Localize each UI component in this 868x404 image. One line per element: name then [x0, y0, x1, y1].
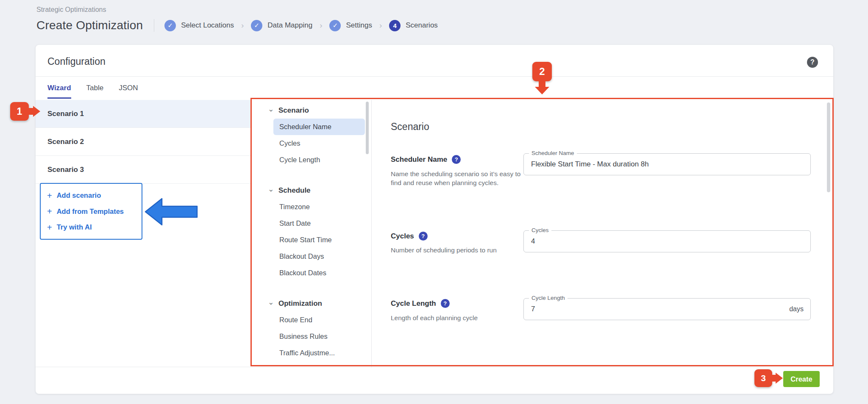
nav-group-scenario: › Scenario Scheduler Name Cycles Cycle L…: [268, 102, 371, 168]
field-label-text: Cycle Length: [391, 299, 436, 308]
scenario-list: Scenario 1 Scenario 2 Scenario 3: [36, 100, 251, 184]
question-icon[interactable]: ?: [452, 155, 461, 164]
nav-scrollbar[interactable]: [366, 102, 369, 154]
card-title: Configuration: [47, 56, 106, 67]
card-header-divider: [36, 76, 833, 77]
nav-group-label: Schedule: [278, 186, 311, 195]
add-link-label: Try with AI: [57, 223, 92, 231]
nav-item-start-date[interactable]: Start Date: [273, 215, 365, 232]
nav-item-blackout-dates[interactable]: Blackout Dates: [273, 265, 365, 281]
nav-group-label: Scenario: [278, 106, 309, 115]
nav-group-header-schedule[interactable]: › Schedule: [268, 183, 371, 199]
tab-json[interactable]: JSON: [119, 84, 138, 99]
form-heading: Scenario: [391, 121, 429, 133]
try-with-ai-button[interactable]: + Try with AI: [47, 223, 142, 232]
annotation-arrow-stem: [28, 108, 33, 115]
nav-group-optimization: › Optimization Route End Business Rules …: [268, 296, 371, 361]
field-label-text: Cycles: [391, 232, 414, 241]
nav-item-route-end[interactable]: Route End: [273, 312, 365, 328]
nav-item-route-start-time[interactable]: Route Start Time: [273, 232, 365, 248]
help-icon[interactable]: ?: [807, 57, 818, 68]
footer-divider: [36, 367, 833, 367]
field-description-cycle-length: Length of each planning cycle: [391, 313, 523, 322]
nav-item-timezone[interactable]: Timezone: [273, 199, 365, 215]
page-header: Create Optimization ✓ Select Locations ›…: [36, 16, 438, 35]
step-select-locations[interactable]: ✓ Select Locations: [164, 20, 234, 31]
tab-wizard[interactable]: Wizard: [47, 84, 71, 99]
cycle-length-input-box: Cycle Length days: [523, 298, 811, 320]
add-from-templates-button[interactable]: + Add from Templates: [47, 207, 142, 216]
step-label: Settings: [346, 21, 372, 30]
nav-group-schedule: › Schedule Timezone Start Date Route Sta…: [268, 183, 371, 281]
nav-group-header-scenario[interactable]: › Scenario: [268, 102, 371, 119]
plus-icon: +: [47, 207, 52, 216]
question-icon[interactable]: ?: [441, 299, 450, 308]
breadcrumb-parent: Strategic Optimizations: [36, 6, 106, 14]
cycles-input-box: Cycles: [523, 230, 811, 252]
check-circle-icon: ✓: [164, 20, 176, 31]
step-number-badge: 4: [389, 20, 401, 31]
scenario-list-item-3[interactable]: Scenario 3: [36, 156, 251, 184]
nav-item-scheduler-name[interactable]: Scheduler Name: [273, 119, 365, 135]
scenario-list-item-2[interactable]: Scenario 2: [36, 128, 251, 156]
screen: Strategic Optimizations Create Optimizat…: [0, 0, 868, 404]
add-link-label: Add from Templates: [57, 208, 124, 216]
scenario-list-item-1[interactable]: Scenario 1: [36, 100, 251, 128]
nav-item-business-rules[interactable]: Business Rules: [273, 328, 365, 345]
chevron-down-icon: ›: [267, 188, 275, 194]
annotation-step-badge-1: 1: [10, 102, 29, 121]
step-data-mapping[interactable]: ✓ Data Mapping: [251, 20, 312, 31]
chevron-down-icon: ›: [267, 108, 275, 113]
wizard-steps: ✓ Select Locations › ✓ Data Mapping › ✓ …: [164, 20, 438, 31]
input-suffix: days: [789, 305, 804, 313]
check-circle-icon: ✓: [329, 20, 341, 31]
field-description-scheduler-name: Name the scheduling scenario so it’s eas…: [391, 169, 523, 187]
step-label: Select Locations: [181, 21, 234, 30]
chevron-right-icon: ›: [319, 21, 323, 30]
add-link-label: Add scenario: [57, 191, 101, 199]
nav-group-header-optimization[interactable]: › Optimization: [268, 296, 371, 312]
field-label-cycle-length: Cycle Length ?: [391, 299, 450, 308]
question-icon[interactable]: ?: [419, 232, 428, 241]
plus-icon: +: [47, 191, 52, 200]
add-actions-box: + Add scenario + Add from Templates + Tr…: [40, 183, 142, 240]
nav-item-traffic-adjustment[interactable]: Traffic Adjustme...: [273, 345, 365, 361]
settings-nav: › Scenario Scheduler Name Cycles Cycle L…: [251, 100, 372, 368]
title-divider: [154, 19, 154, 32]
form-panel-scrollbar[interactable]: [827, 102, 830, 192]
step-label: Scenarios: [406, 21, 438, 30]
cycle-length-input[interactable]: [531, 299, 768, 320]
tab-table[interactable]: Table: [86, 84, 104, 99]
plus-icon: +: [47, 223, 52, 232]
chevron-right-icon: ›: [378, 21, 383, 30]
add-scenario-button[interactable]: + Add scenario: [47, 191, 142, 200]
field-label-cycles: Cycles ?: [391, 232, 428, 241]
page-title: Create Optimization: [36, 19, 143, 32]
nav-item-cycle-length[interactable]: Cycle Length: [273, 152, 365, 168]
chevron-right-icon: ›: [240, 21, 245, 30]
configuration-card: Configuration ? Wizard Table JSON Scenar…: [36, 45, 833, 394]
step-settings[interactable]: ✓ Settings: [329, 20, 372, 31]
step-label: Data Mapping: [267, 21, 312, 30]
view-tabs: Wizard Table JSON: [47, 84, 138, 99]
scheduler-name-input-box: Scheduler Name: [523, 153, 811, 175]
field-description-cycles: Number of scheduling periods to run: [391, 246, 523, 255]
field-label-text: Scheduler Name: [391, 155, 447, 164]
chevron-down-icon: ›: [267, 301, 275, 307]
nav-group-label: Optimization: [278, 299, 322, 308]
create-button[interactable]: Create: [783, 371, 820, 387]
step-scenarios-current[interactable]: 4 Scenarios: [389, 20, 438, 31]
nav-item-cycles[interactable]: Cycles: [273, 135, 365, 152]
nav-item-blackout-days[interactable]: Blackout Days: [273, 248, 365, 265]
check-circle-icon: ✓: [251, 20, 262, 31]
field-label-scheduler-name: Scheduler Name ?: [391, 155, 461, 164]
scheduler-name-input[interactable]: [531, 154, 768, 175]
cycles-input[interactable]: [531, 231, 768, 252]
